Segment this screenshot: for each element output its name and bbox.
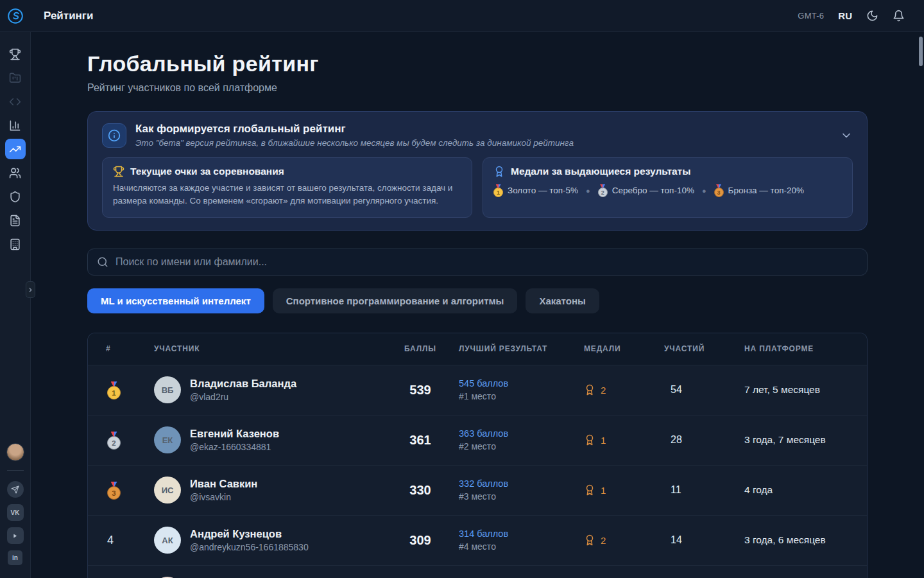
search-bar — [87, 249, 868, 276]
sidebar-item-stats[interactable] — [5, 115, 26, 136]
info-icon — [102, 123, 126, 148]
medals-card-title: Медали за выдающиеся результаты — [511, 166, 690, 177]
column-header: Участий — [664, 344, 744, 353]
best-result-cell: 332 баллов #3 место — [459, 478, 584, 502]
sidebar: VK in — [0, 32, 31, 578]
column-header: Медали — [584, 344, 664, 353]
award-icon — [584, 434, 595, 446]
medal-count: 1 — [601, 485, 606, 496]
medal-count: 2 — [601, 385, 606, 396]
best-result-cell: 314 баллов #4 место — [459, 529, 584, 552]
trophy-icon — [9, 48, 21, 60]
tab-category-0[interactable]: ML и искусственный интеллект — [87, 288, 264, 313]
legend-item: 3Бронза — топ-20% — [714, 184, 804, 197]
sidebar-item-projects[interactable] — [5, 67, 26, 88]
theme-toggle-button[interactable] — [866, 10, 878, 22]
score-cell: 361 — [382, 433, 459, 448]
folder-kanban-icon — [9, 72, 21, 84]
participant-name: Владислав Баланда — [190, 378, 296, 390]
participant-avatar: ВБ — [154, 376, 181, 403]
youtube-icon[interactable] — [7, 527, 24, 544]
participations-cell: 11 — [664, 484, 744, 496]
main-content: Глобальный рейтинг Рейтинг участников по… — [31, 32, 924, 578]
sidebar-item-docs[interactable] — [5, 210, 26, 231]
points-card-title: Текущие очки за соревнования — [130, 166, 284, 177]
table-row[interactable]: 4 АК Андрей Кузнецов @andreykuzn56-16618… — [88, 516, 867, 566]
legend-label: Бронза — топ-20% — [728, 186, 804, 195]
participations-cell: 28 — [664, 434, 744, 446]
app-logo[interactable] — [0, 8, 31, 24]
best-result-cell: 363 баллов #2 место — [459, 428, 584, 451]
sidebar-item-code[interactable] — [5, 91, 26, 112]
legend-item: 1Золото — топ-5% — [493, 184, 578, 197]
table-row[interactable]: 4 ТН Татьяна Некрасова 309 309 баллов — … — [88, 566, 867, 578]
moon-icon — [866, 10, 878, 22]
telegram-icon[interactable] — [7, 481, 24, 498]
column-header: На платформе — [744, 344, 849, 353]
user-avatar[interactable] — [6, 443, 24, 461]
rank-cell: 3 — [106, 480, 154, 500]
table-row[interactable]: 3 ИС Иван Савкин @ivsavkin 330 332 балло… — [88, 466, 867, 516]
best-score-link[interactable]: 545 баллов — [459, 378, 584, 389]
legend-item: 2Серебро — топ-10% — [598, 184, 694, 197]
medal-legend: 1Золото — топ-5%●2Серебро — топ-10%●3Бро… — [493, 184, 842, 197]
best-score-link[interactable]: 332 баллов — [459, 478, 584, 489]
table-row[interactable]: 2 ЕК Евгений Казенов @ekaz-1660334881 36… — [88, 416, 867, 466]
participant-handle: @ekaz-1660334881 — [190, 442, 279, 452]
on-platform-cell: 3 года, 6 месяцев — [744, 534, 849, 546]
leaderboard-table: #УчастникБаллыЛучший результатМедалиУчас… — [87, 333, 868, 578]
medal-count: 2 — [601, 535, 606, 546]
page-subtitle: Рейтинг участников по всей платформе — [87, 82, 868, 94]
column-header: Участник — [154, 344, 382, 353]
table-row[interactable]: 1 ВБ Владислав Баланда @vlad2ru 539 545 … — [88, 365, 867, 416]
participant-handle: @andreykuzn56-1661885830 — [190, 542, 309, 552]
sidebar-item-community[interactable] — [5, 162, 26, 183]
participant-cell[interactable]: ВБ Владислав Баланда @vlad2ru — [154, 376, 382, 403]
participant-cell[interactable]: АК Андрей Кузнецов @andreykuzn56-1661885… — [154, 527, 382, 554]
search-icon — [97, 256, 108, 268]
search-input[interactable] — [116, 256, 858, 268]
tab-category-2[interactable]: Хакатоны — [526, 288, 599, 313]
award-icon — [584, 484, 595, 496]
sidebar-item-rating[interactable] — [5, 139, 26, 159]
best-result-cell: 545 баллов #1 место — [459, 378, 584, 401]
code-icon — [9, 96, 21, 108]
tab-category-1[interactable]: Спортивное программирование и алгоритмы — [273, 288, 518, 313]
medals-cell: 2 — [584, 534, 664, 546]
sidebar-item-organizations[interactable] — [5, 234, 26, 254]
rank-cell: 2 — [106, 430, 154, 450]
vk-icon[interactable]: VK — [7, 504, 24, 521]
page-breadcrumb-title: Рейтинги — [44, 10, 93, 22]
score-cell: 309 — [382, 533, 459, 548]
best-place: #2 место — [459, 441, 584, 451]
language-switcher[interactable]: RU — [838, 10, 852, 21]
gold-medal-icon: 1 — [107, 386, 121, 399]
table-header-row: #УчастникБаллыЛучший результатМедалиУчас… — [88, 333, 867, 365]
participant-cell[interactable]: ЕК Евгений Казенов @ekaz-1660334881 — [154, 426, 382, 453]
linkedin-icon[interactable]: in — [8, 550, 22, 565]
page-scrollbar[interactable] — [919, 37, 923, 66]
shield-icon — [9, 191, 21, 203]
best-place: #1 место — [459, 391, 584, 401]
notifications-button[interactable] — [893, 10, 905, 22]
best-score-link[interactable]: 314 баллов — [459, 529, 584, 539]
banner-collapse-button[interactable] — [840, 129, 853, 142]
medal-icon — [493, 166, 505, 177]
best-place: #4 место — [459, 541, 584, 552]
legend-label: Золото — топ-5% — [508, 186, 578, 195]
participations-cell: 14 — [664, 534, 744, 546]
medals-cell: 1 — [584, 434, 664, 446]
rank-cell: 4 — [106, 534, 154, 547]
sidebar-item-trophy[interactable] — [5, 44, 26, 64]
page-title: Глобальный рейтинг — [87, 51, 868, 76]
users-icon — [9, 167, 21, 179]
column-header: # — [106, 344, 154, 353]
sidebar-divider — [7, 470, 24, 471]
rank-number: 4 — [107, 534, 114, 547]
sidebar-item-security[interactable] — [5, 186, 26, 207]
sidebar-collapse-button[interactable] — [26, 281, 35, 298]
participant-avatar: ИС — [154, 477, 181, 504]
best-score-link[interactable]: 363 баллов — [459, 428, 584, 439]
award-icon — [584, 384, 595, 396]
participant-cell[interactable]: ИС Иван Савкин @ivsavkin — [154, 477, 382, 504]
